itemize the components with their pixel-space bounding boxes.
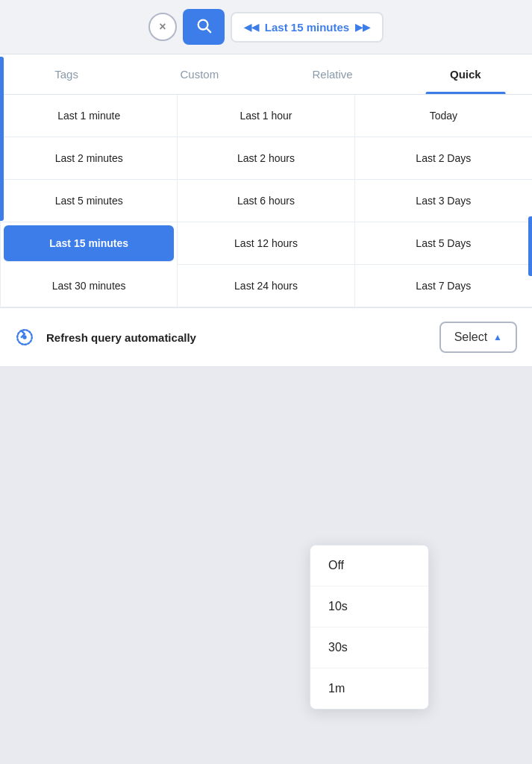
time-range-display[interactable]: ◀◀ Last 15 minutes ▶▶ — [231, 12, 384, 43]
quick-item-7days[interactable]: Last 7 Days — [355, 265, 532, 307]
main-panel: Tags Custom Relative Quick Last 1 minute… — [0, 54, 532, 367]
tab-tags[interactable]: Tags — [0, 54, 133, 94]
quick-item-5days[interactable]: Last 5 Days — [355, 222, 532, 265]
quick-item-1min[interactable]: Last 1 minute — [1, 95, 177, 137]
next-arrow-icon: ▶▶ — [355, 22, 370, 33]
tab-custom[interactable]: Custom — [133, 54, 266, 94]
quick-item-30min[interactable]: Last 30 minutes — [1, 265, 177, 307]
close-icon: × — [159, 20, 166, 34]
close-button[interactable]: × — [148, 13, 177, 41]
tab-quick[interactable]: Quick — [399, 54, 532, 94]
dropdown-item-30s[interactable]: 30s — [310, 627, 428, 668]
quick-item-2min[interactable]: Last 2 minutes — [1, 137, 177, 180]
quick-item-12hr[interactable]: Last 12 hours — [178, 222, 354, 265]
quick-item-today[interactable]: Today — [355, 95, 532, 137]
quick-item-5min[interactable]: Last 5 minutes — [1, 180, 177, 222]
quick-item-6hr[interactable]: Last 6 hours — [178, 180, 354, 222]
svg-line-1 — [207, 28, 210, 32]
top-bar: × ◀◀ Last 15 minutes ▶▶ — [0, 0, 532, 54]
quick-col-hours: Last 1 hour Last 2 hours Last 6 hours La… — [178, 95, 354, 307]
right-scroll-indicator — [528, 216, 532, 276]
quick-col-minutes: Last 1 minute Last 2 minutes Last 5 minu… — [1, 95, 178, 307]
tabs-bar: Tags Custom Relative Quick — [0, 54, 532, 95]
quick-item-15min[interactable]: Last 15 minutes — [4, 225, 174, 262]
background-area — [0, 367, 532, 591]
select-label: Select — [454, 331, 487, 344]
time-range-label: Last 15 minutes — [265, 21, 349, 34]
tab-relative[interactable]: Relative — [266, 54, 399, 94]
search-icon — [195, 17, 212, 37]
quick-col-days: Today Last 2 Days Last 3 Days Last 5 Day… — [355, 95, 532, 307]
quick-item-2days[interactable]: Last 2 Days — [355, 137, 532, 180]
refresh-label: Refresh query automatically — [46, 331, 428, 344]
quick-item-1hr[interactable]: Last 1 hour — [178, 95, 354, 137]
quick-item-2hr[interactable]: Last 2 hours — [178, 137, 354, 180]
dropdown-item-10s[interactable]: 10s — [310, 586, 428, 627]
select-arrow-icon: ▲ — [493, 332, 502, 342]
refresh-dropdown: Off 10s 30s 1m — [310, 545, 429, 710]
prev-arrow-icon: ◀◀ — [244, 22, 259, 33]
quick-item-24hr[interactable]: Last 24 hours — [178, 265, 354, 307]
refresh-bar: Refresh query automatically Select ▲ — [0, 307, 532, 366]
refresh-icon — [15, 328, 34, 347]
svg-point-3 — [22, 335, 26, 339]
search-button[interactable] — [183, 9, 225, 45]
dropdown-item-1m[interactable]: 1m — [310, 668, 428, 709]
quick-options-grid: Last 1 minute Last 2 minutes Last 5 minu… — [0, 95, 532, 307]
select-button[interactable]: Select ▲ — [439, 322, 517, 353]
dropdown-item-off[interactable]: Off — [310, 545, 428, 586]
quick-item-3days[interactable]: Last 3 Days — [355, 180, 532, 222]
